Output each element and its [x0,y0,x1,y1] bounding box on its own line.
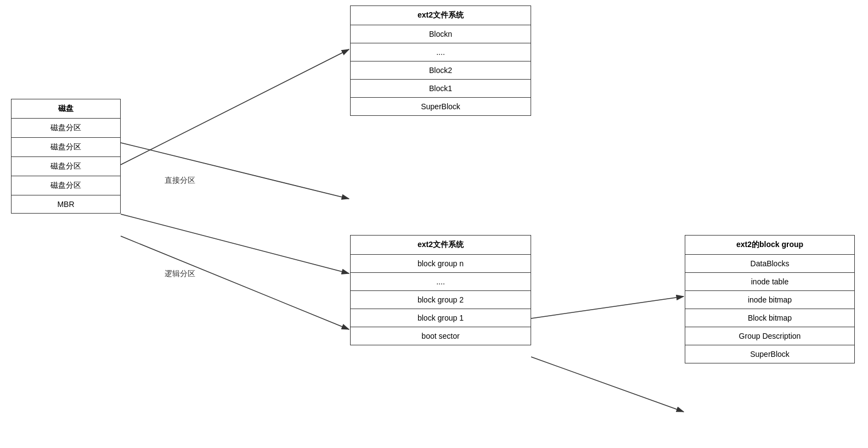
ext2-top-block2: Block2 [351,61,531,80]
ext2-top-superblock: SuperBlock [351,98,531,115]
ext2-bg-superblock: SuperBlock [685,345,854,363]
arrow-bootsector-to-blockgroup [531,357,684,412]
ext2-bg-groupdesc: Group Description [685,327,854,345]
direct-label: 直接分区 [165,176,195,186]
logical-label: 逻辑分区 [165,269,195,279]
ext2-bg-blockbitmap: Block bitmap [685,309,854,327]
ext2-top-dots: .... [351,43,531,61]
ext2-blockgroup-title: ext2的block group [685,236,854,255]
disk-box: 磁盘 磁盘分区 磁盘分区 磁盘分区 磁盘分区 MBR [11,99,121,214]
arrow-disk-to-ext2bottom-2 [121,236,349,329]
disk-row-1: 磁盘分区 [12,119,120,138]
ext2-top-block1: Block1 [351,80,531,98]
arrow-disk-to-ext2bottom [121,214,349,273]
disk-row-mbr: MBR [12,195,120,213]
ext2-bottom-dots: .... [351,273,531,291]
arrow-group2-to-blockgroup [531,296,684,318]
ext2-bottom-title: ext2文件系统 [351,236,531,255]
ext2-bottom-group1: block group 1 [351,309,531,327]
ext2-blockgroup-box: ext2的block group DataBlocks inode table … [685,235,855,363]
ext2-bottom-bootsector: boot sector [351,327,531,345]
ext2-bottom-groupn: block group n [351,255,531,273]
ext2-bg-inodetable: inode table [685,273,854,291]
ext2-bottom-group2: block group 2 [351,291,531,309]
disk-row-2: 磁盘分区 [12,138,120,157]
disk-row-4: 磁盘分区 [12,176,120,195]
arrow-disk-to-ext2top [121,143,349,199]
ext2-bg-datablocks: DataBlocks [685,255,854,273]
ext2-top-box: ext2文件系统 Blockn .... Block2 Block1 Super… [350,5,531,116]
ext2-top-blockn: Blockn [351,25,531,43]
disk-title: 磁盘 [12,99,120,119]
ext2-top-title: ext2文件系统 [351,6,531,25]
arrow-disk-to-ext2top-2 [121,49,349,165]
diagram-container: 磁盘 磁盘分区 磁盘分区 磁盘分区 磁盘分区 MBR ext2文件系统 Bloc… [0,0,868,448]
ext2-bg-inodebitmap: inode bitmap [685,291,854,309]
ext2-bottom-box: ext2文件系统 block group n .... block group … [350,235,531,345]
disk-row-3: 磁盘分区 [12,157,120,176]
